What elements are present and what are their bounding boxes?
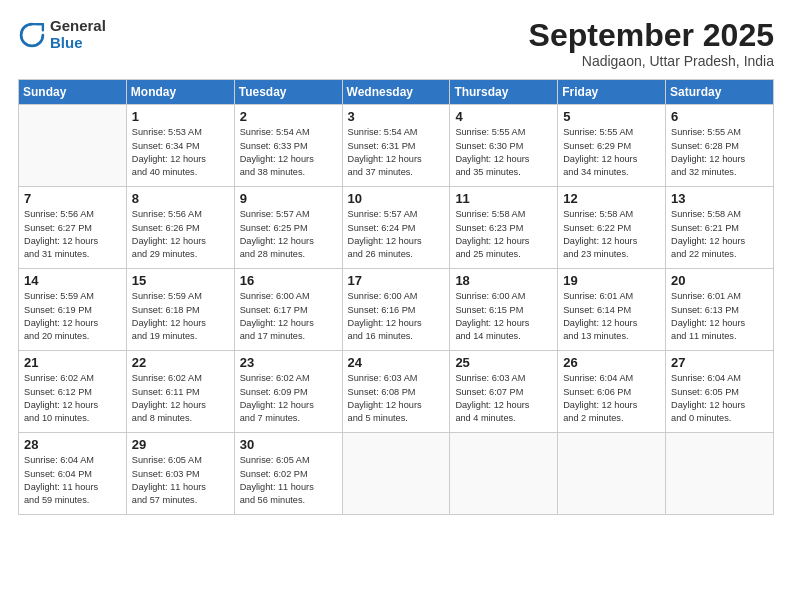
day-number: 3 [348,109,446,124]
location-subtitle: Nadigaon, Uttar Pradesh, India [529,53,774,69]
day-number: 9 [240,191,338,206]
calendar-cell: 19Sunrise: 6:01 AM Sunset: 6:14 PM Dayli… [558,269,666,351]
day-number: 5 [563,109,661,124]
day-info: Sunrise: 6:00 AM Sunset: 6:17 PM Dayligh… [240,290,338,343]
day-info: Sunrise: 6:04 AM Sunset: 6:04 PM Dayligh… [24,454,122,507]
calendar-cell: 15Sunrise: 5:59 AM Sunset: 6:18 PM Dayli… [126,269,234,351]
day-number: 28 [24,437,122,452]
calendar-cell: 16Sunrise: 6:00 AM Sunset: 6:17 PM Dayli… [234,269,342,351]
day-info: Sunrise: 5:53 AM Sunset: 6:34 PM Dayligh… [132,126,230,179]
day-info: Sunrise: 5:54 AM Sunset: 6:33 PM Dayligh… [240,126,338,179]
day-info: Sunrise: 5:58 AM Sunset: 6:22 PM Dayligh… [563,208,661,261]
calendar-cell: 7Sunrise: 5:56 AM Sunset: 6:27 PM Daylig… [19,187,127,269]
calendar-cell: 12Sunrise: 5:58 AM Sunset: 6:22 PM Dayli… [558,187,666,269]
day-info: Sunrise: 6:02 AM Sunset: 6:09 PM Dayligh… [240,372,338,425]
logo-icon [18,21,46,49]
calendar-cell: 21Sunrise: 6:02 AM Sunset: 6:12 PM Dayli… [19,351,127,433]
day-info: Sunrise: 5:55 AM Sunset: 6:30 PM Dayligh… [455,126,553,179]
day-info: Sunrise: 5:58 AM Sunset: 6:21 PM Dayligh… [671,208,769,261]
calendar-header-row: SundayMondayTuesdayWednesdayThursdayFrid… [19,80,774,105]
calendar-week-3: 14Sunrise: 5:59 AM Sunset: 6:19 PM Dayli… [19,269,774,351]
calendar-cell: 9Sunrise: 5:57 AM Sunset: 6:25 PM Daylig… [234,187,342,269]
calendar-cell: 29Sunrise: 6:05 AM Sunset: 6:03 PM Dayli… [126,433,234,515]
calendar-col-wednesday: Wednesday [342,80,450,105]
calendar-cell [666,433,774,515]
calendar-cell: 8Sunrise: 5:56 AM Sunset: 6:26 PM Daylig… [126,187,234,269]
day-info: Sunrise: 6:05 AM Sunset: 6:03 PM Dayligh… [132,454,230,507]
header: General Blue September 2025 Nadigaon, Ut… [18,18,774,69]
calendar-cell: 24Sunrise: 6:03 AM Sunset: 6:08 PM Dayli… [342,351,450,433]
calendar-col-sunday: Sunday [19,80,127,105]
day-info: Sunrise: 6:01 AM Sunset: 6:13 PM Dayligh… [671,290,769,343]
calendar-cell [558,433,666,515]
calendar-cell: 13Sunrise: 5:58 AM Sunset: 6:21 PM Dayli… [666,187,774,269]
day-info: Sunrise: 5:59 AM Sunset: 6:18 PM Dayligh… [132,290,230,343]
day-info: Sunrise: 6:00 AM Sunset: 6:16 PM Dayligh… [348,290,446,343]
calendar-cell: 6Sunrise: 5:55 AM Sunset: 6:28 PM Daylig… [666,105,774,187]
day-info: Sunrise: 5:56 AM Sunset: 6:27 PM Dayligh… [24,208,122,261]
day-number: 17 [348,273,446,288]
calendar-cell: 3Sunrise: 5:54 AM Sunset: 6:31 PM Daylig… [342,105,450,187]
day-info: Sunrise: 6:03 AM Sunset: 6:07 PM Dayligh… [455,372,553,425]
day-info: Sunrise: 5:55 AM Sunset: 6:28 PM Dayligh… [671,126,769,179]
calendar-col-monday: Monday [126,80,234,105]
calendar-table: SundayMondayTuesdayWednesdayThursdayFrid… [18,79,774,515]
calendar-week-2: 7Sunrise: 5:56 AM Sunset: 6:27 PM Daylig… [19,187,774,269]
calendar-cell: 14Sunrise: 5:59 AM Sunset: 6:19 PM Dayli… [19,269,127,351]
calendar-cell: 18Sunrise: 6:00 AM Sunset: 6:15 PM Dayli… [450,269,558,351]
day-number: 21 [24,355,122,370]
calendar-week-1: 1Sunrise: 5:53 AM Sunset: 6:34 PM Daylig… [19,105,774,187]
calendar-cell: 25Sunrise: 6:03 AM Sunset: 6:07 PM Dayli… [450,351,558,433]
day-number: 23 [240,355,338,370]
calendar-cell [450,433,558,515]
calendar-cell [19,105,127,187]
day-info: Sunrise: 6:04 AM Sunset: 6:05 PM Dayligh… [671,372,769,425]
day-info: Sunrise: 6:02 AM Sunset: 6:12 PM Dayligh… [24,372,122,425]
calendar-cell: 4Sunrise: 5:55 AM Sunset: 6:30 PM Daylig… [450,105,558,187]
logo-general: General [50,18,106,35]
day-info: Sunrise: 6:03 AM Sunset: 6:08 PM Dayligh… [348,372,446,425]
day-info: Sunrise: 6:05 AM Sunset: 6:02 PM Dayligh… [240,454,338,507]
calendar-cell: 27Sunrise: 6:04 AM Sunset: 6:05 PM Dayli… [666,351,774,433]
calendar-cell [342,433,450,515]
day-number: 7 [24,191,122,206]
day-number: 4 [455,109,553,124]
day-info: Sunrise: 5:56 AM Sunset: 6:26 PM Dayligh… [132,208,230,261]
day-info: Sunrise: 5:54 AM Sunset: 6:31 PM Dayligh… [348,126,446,179]
day-number: 8 [132,191,230,206]
day-info: Sunrise: 6:01 AM Sunset: 6:14 PM Dayligh… [563,290,661,343]
logo-blue: Blue [50,35,106,52]
day-number: 6 [671,109,769,124]
day-number: 11 [455,191,553,206]
calendar-cell: 10Sunrise: 5:57 AM Sunset: 6:24 PM Dayli… [342,187,450,269]
day-number: 13 [671,191,769,206]
day-number: 19 [563,273,661,288]
day-number: 10 [348,191,446,206]
day-number: 24 [348,355,446,370]
day-number: 12 [563,191,661,206]
calendar-cell: 1Sunrise: 5:53 AM Sunset: 6:34 PM Daylig… [126,105,234,187]
calendar-cell: 11Sunrise: 5:58 AM Sunset: 6:23 PM Dayli… [450,187,558,269]
calendar-week-4: 21Sunrise: 6:02 AM Sunset: 6:12 PM Dayli… [19,351,774,433]
day-number: 27 [671,355,769,370]
day-number: 20 [671,273,769,288]
day-info: Sunrise: 5:57 AM Sunset: 6:24 PM Dayligh… [348,208,446,261]
day-number: 22 [132,355,230,370]
calendar-col-thursday: Thursday [450,80,558,105]
day-number: 1 [132,109,230,124]
day-number: 2 [240,109,338,124]
day-info: Sunrise: 6:02 AM Sunset: 6:11 PM Dayligh… [132,372,230,425]
day-number: 16 [240,273,338,288]
day-number: 26 [563,355,661,370]
day-number: 30 [240,437,338,452]
calendar-col-saturday: Saturday [666,80,774,105]
day-number: 25 [455,355,553,370]
day-number: 14 [24,273,122,288]
calendar-col-friday: Friday [558,80,666,105]
day-info: Sunrise: 5:55 AM Sunset: 6:29 PM Dayligh… [563,126,661,179]
calendar-col-tuesday: Tuesday [234,80,342,105]
calendar-cell: 23Sunrise: 6:02 AM Sunset: 6:09 PM Dayli… [234,351,342,433]
month-title: September 2025 [529,18,774,53]
calendar-cell: 28Sunrise: 6:04 AM Sunset: 6:04 PM Dayli… [19,433,127,515]
calendar-cell: 20Sunrise: 6:01 AM Sunset: 6:13 PM Dayli… [666,269,774,351]
